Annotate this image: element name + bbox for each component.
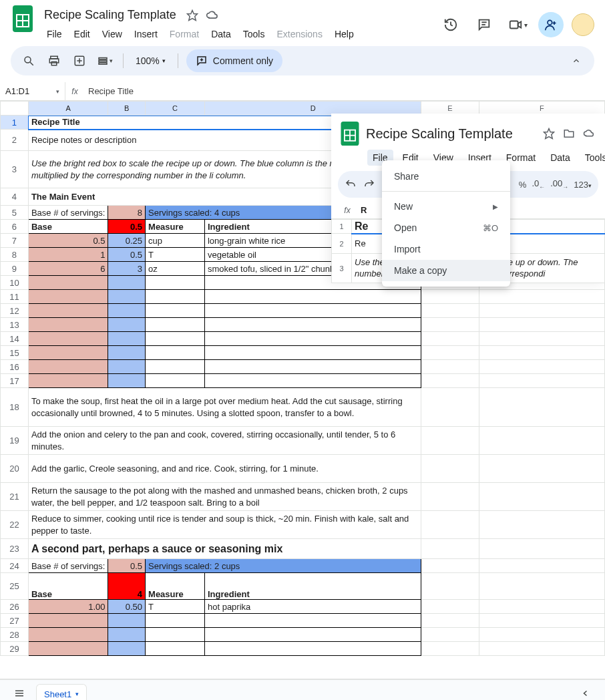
cell[interactable] bbox=[146, 276, 205, 290]
row-header[interactable]: 12 bbox=[1, 304, 29, 318]
select-all-corner[interactable] bbox=[1, 102, 29, 116]
decrease-decimal[interactable]: .0← bbox=[532, 178, 545, 190]
row-header[interactable]: 21 bbox=[1, 483, 29, 511]
redo-icon[interactable] bbox=[363, 178, 375, 190]
cell[interactable]: A second part, perhaps a sauce or season… bbox=[28, 539, 421, 559]
print-icon[interactable] bbox=[44, 51, 64, 71]
row-header[interactable]: 5 bbox=[1, 206, 29, 220]
cloud-status-icon[interactable] bbox=[206, 9, 219, 22]
col-header-b[interactable]: B bbox=[108, 102, 146, 116]
sheets-logo-icon[interactable] bbox=[341, 122, 359, 146]
document-title[interactable]: Recipe Scaling Template bbox=[366, 126, 536, 142]
row-header[interactable]: 20 bbox=[1, 455, 29, 483]
menu-make-a-copy[interactable]: Make a copy bbox=[382, 260, 510, 281]
increase-decimal[interactable]: .00→ bbox=[550, 178, 568, 190]
cell[interactable]: hot paprika bbox=[204, 600, 421, 614]
collapse-toolbar-icon[interactable] bbox=[566, 51, 586, 71]
row-header[interactable]: 10 bbox=[1, 276, 29, 290]
menu-file[interactable]: File bbox=[41, 26, 67, 42]
cell[interactable]: 0.5 bbox=[108, 220, 146, 234]
cell[interactable]: Measure bbox=[146, 573, 205, 600]
row-header[interactable]: 8 bbox=[1, 248, 29, 262]
cell[interactable]: 0.5 bbox=[108, 248, 146, 262]
sheets-logo-icon[interactable] bbox=[11, 7, 35, 31]
comments-icon[interactable] bbox=[471, 12, 497, 37]
cell[interactable]: Base # of servings: bbox=[28, 206, 108, 220]
row-header[interactable]: 19 bbox=[1, 427, 29, 455]
row-header[interactable]: 18 bbox=[1, 388, 29, 427]
account-avatar[interactable] bbox=[572, 13, 594, 36]
menu-open[interactable]: Open⌘O bbox=[382, 217, 510, 238]
document-title[interactable]: Recipe Scaling Template bbox=[41, 7, 179, 23]
cell[interactable]: 8 bbox=[108, 206, 146, 220]
col-header-a[interactable]: A bbox=[28, 102, 108, 116]
undo-icon[interactable] bbox=[345, 178, 357, 190]
row-header[interactable]: 26 bbox=[1, 600, 29, 614]
row-header[interactable]: 16 bbox=[1, 360, 29, 374]
explore-icon[interactable] bbox=[574, 682, 597, 701]
row-header[interactable]: 13 bbox=[1, 318, 29, 332]
col-header-c[interactable]: C bbox=[146, 102, 205, 116]
menu-tools[interactable]: Tools bbox=[580, 150, 605, 166]
cell[interactable]: 1 bbox=[28, 248, 108, 262]
cell[interactable]: Reduce to simmer, cooking until rice is … bbox=[28, 511, 421, 539]
filter-view-icon[interactable] bbox=[69, 51, 89, 71]
cell[interactable]: 3 bbox=[108, 262, 146, 276]
cell[interactable]: 0.25 bbox=[108, 234, 146, 248]
menu-edit[interactable]: Edit bbox=[69, 26, 95, 42]
cell[interactable]: 6 bbox=[28, 262, 108, 276]
cell[interactable]: Add the onion and celery to the pan and … bbox=[28, 427, 421, 455]
star-icon[interactable] bbox=[542, 127, 556, 140]
row-header[interactable]: 22 bbox=[1, 511, 29, 539]
row-header[interactable]: 3 bbox=[332, 254, 352, 283]
row-header[interactable]: 15 bbox=[1, 346, 29, 360]
cell[interactable]: Return the sausage to the pot along with… bbox=[28, 483, 421, 511]
row-header[interactable]: 25 bbox=[1, 573, 29, 600]
formula-input[interactable]: Recipe Title bbox=[84, 86, 605, 96]
cell[interactable]: 0.5 bbox=[28, 234, 108, 248]
menu-view[interactable]: View bbox=[97, 26, 128, 42]
row-header[interactable]: 17 bbox=[1, 374, 29, 388]
row-header[interactable]: 28 bbox=[1, 628, 29, 642]
menu-insert[interactable]: Insert bbox=[129, 26, 163, 42]
sheet-tab[interactable]: Sheet1▾ bbox=[36, 684, 87, 701]
row-header[interactable]: 27 bbox=[1, 614, 29, 628]
move-icon[interactable] bbox=[562, 127, 576, 140]
row-header[interactable]: 2 bbox=[332, 234, 352, 254]
cell[interactable]: Base bbox=[28, 573, 108, 600]
row-header[interactable]: 11 bbox=[1, 290, 29, 304]
cell[interactable]: 4 bbox=[108, 573, 146, 600]
menu-help[interactable]: Help bbox=[329, 26, 359, 42]
cell[interactable]: Add the garlic, Creole seasoning, and an… bbox=[28, 455, 421, 483]
cell[interactable]: 0.5 bbox=[108, 559, 146, 573]
formula-input[interactable]: R bbox=[357, 205, 367, 215]
zoom-selector[interactable]: 100%▾ bbox=[132, 55, 170, 66]
filter-icon[interactable]: ▾ bbox=[95, 51, 115, 71]
menu-share[interactable]: Share bbox=[382, 166, 510, 187]
mode-badge[interactable]: Comment only bbox=[186, 49, 282, 72]
cell[interactable]: Ingredient bbox=[204, 573, 421, 600]
row-header[interactable]: 3 bbox=[1, 151, 29, 188]
menu-tools[interactable]: Tools bbox=[238, 26, 270, 42]
search-icon[interactable] bbox=[19, 51, 39, 71]
cell[interactable]: 0.50 bbox=[108, 600, 146, 614]
cell[interactable]: To make the soup, first heat the oil in … bbox=[28, 388, 421, 427]
row-header[interactable]: 23 bbox=[1, 539, 29, 559]
name-box[interactable]: A1:D1▾ bbox=[0, 82, 65, 101]
cell[interactable]: Base bbox=[28, 220, 108, 234]
row-header[interactable]: 1 bbox=[1, 116, 29, 130]
menu-data[interactable]: Data bbox=[545, 150, 576, 166]
cell[interactable]: T bbox=[146, 600, 205, 614]
cell[interactable]: Base # of servings: bbox=[28, 559, 108, 573]
cell[interactable]: Measure bbox=[146, 220, 205, 234]
row-header[interactable]: 14 bbox=[1, 332, 29, 346]
row-header[interactable]: 24 bbox=[1, 559, 29, 573]
cell[interactable] bbox=[28, 276, 108, 290]
row-header[interactable]: 1 bbox=[332, 220, 352, 234]
cloud-status-icon[interactable] bbox=[582, 127, 596, 140]
percent-format[interactable]: % bbox=[519, 180, 527, 190]
star-icon[interactable] bbox=[186, 9, 199, 22]
cell[interactable] bbox=[108, 276, 146, 290]
share-button[interactable] bbox=[538, 12, 564, 37]
cell[interactable]: cup bbox=[146, 234, 205, 248]
